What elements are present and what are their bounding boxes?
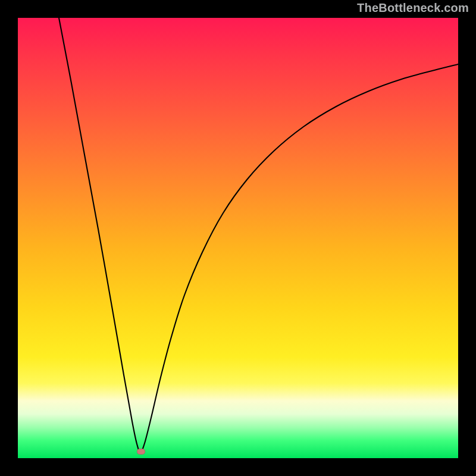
curve-svg — [18, 18, 458, 458]
bottleneck-curve — [59, 18, 458, 452]
plot-area — [18, 18, 458, 458]
minimum-marker — [137, 449, 145, 455]
chart-frame: TheBottleneck.com — [0, 0, 476, 476]
watermark-text: TheBottleneck.com — [357, 1, 469, 15]
